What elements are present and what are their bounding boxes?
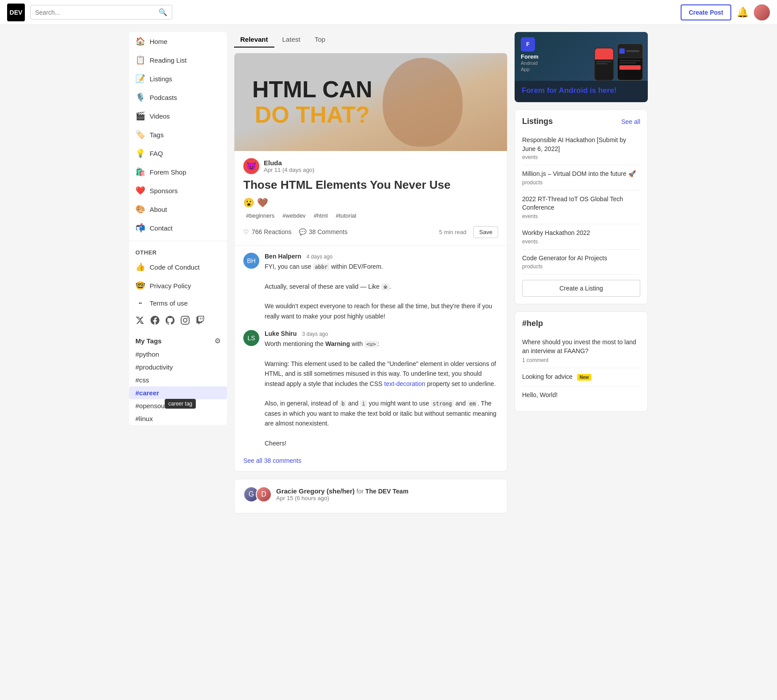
forem-sub-text: AndroidApp xyxy=(521,60,539,73)
listing-item-2: Million.js – Virtual DOM into the future… xyxy=(522,165,640,191)
my-tags-title: My Tags xyxy=(135,337,162,345)
comments-button[interactable]: 💬 38 Comments xyxy=(299,228,348,235)
listing-name-4[interactable]: Workby Hackathon 2022 xyxy=(522,229,640,238)
github-link[interactable] xyxy=(166,316,174,327)
comment-content-2: Luke Shiru 3 days ago Worth mentioning t… xyxy=(265,330,498,448)
tag-python[interactable]: #python xyxy=(129,348,227,361)
sidebar-item-videos[interactable]: 🎬 Videos xyxy=(129,107,227,125)
tags-row: #beginners #webdev #html #tutorial xyxy=(243,211,498,220)
sidebar-nav: 🏠 Home 📋 Reading List 📝 Listings 🎙️ Podc… xyxy=(129,32,227,425)
sidebar-label-sponsors: Sponsors xyxy=(150,187,178,195)
instagram-link[interactable] xyxy=(181,316,190,327)
twitch-link[interactable] xyxy=(196,316,205,327)
tag-career[interactable]: #career xyxy=(129,386,227,399)
site-header: DEV 🔍 Create Post 🔔 xyxy=(0,0,777,25)
my-tags-header: My Tags ⚙ xyxy=(129,331,227,348)
sidebar-item-code-of-conduct[interactable]: 👍 Code of Conduct xyxy=(129,258,227,276)
help-question-1[interactable]: Where should you invest the most to land… xyxy=(522,338,640,355)
tag-productivity[interactable]: #productivity xyxy=(129,361,227,374)
promo-phone xyxy=(594,48,614,81)
hero-text: HTML CAN DO THAT? xyxy=(252,77,373,127)
forem-logo-text: Forem xyxy=(521,53,539,60)
author-name[interactable]: Eluda xyxy=(264,159,314,167)
tab-latest[interactable]: Latest xyxy=(276,32,307,48)
sidebar-item-privacy-policy[interactable]: 🤓 Privacy Policy xyxy=(129,276,227,295)
sidebar-label-privacy-policy: Privacy Policy xyxy=(150,282,191,290)
reading-list-icon: 📋 xyxy=(135,55,145,65)
author-info: Eluda Apr 11 (4 days ago) xyxy=(264,159,314,173)
settings-icon[interactable]: ⚙ xyxy=(214,337,221,345)
help-title: #help xyxy=(522,319,640,328)
listing-name-5[interactable]: Code Generator for AI Projects xyxy=(522,254,640,263)
user-avatar[interactable] xyxy=(754,4,770,20)
comment-avatar-2: LS xyxy=(243,330,259,346)
tag-pill-html[interactable]: #html xyxy=(311,211,330,220)
videos-icon: 🎬 xyxy=(135,111,145,121)
tab-relevant[interactable]: Relevant xyxy=(234,32,274,48)
sidebar-item-about[interactable]: 🎨 About xyxy=(129,200,227,219)
listing-item-3: 2022 RT-Thread IoT OS Global Tech Confer… xyxy=(522,191,640,224)
read-time: 5 min read xyxy=(439,229,466,235)
help-card: #help Where should you invest the most t… xyxy=(515,311,648,411)
sidebar-item-home[interactable]: 🏠 Home xyxy=(129,32,227,51)
promo-image: F Forem AndroidApp xyxy=(515,32,648,81)
sidebar-item-contact[interactable]: 📬 Contact xyxy=(129,219,227,237)
help-question-2[interactable]: Looking for advice New xyxy=(522,373,640,382)
comment-text-1: FYI, you can use abbr within DEV/Forem. … xyxy=(265,262,498,321)
author-name-span[interactable]: Gracie Gregory (she/her) xyxy=(276,487,355,495)
sidebar-item-terms-of-use[interactable]: •• Terms of use xyxy=(129,295,227,311)
listing-item-1: Responsible AI Hackathon [Submit by June… xyxy=(522,131,640,165)
tag-pill-tutorial[interactable]: #tutorial xyxy=(333,211,359,220)
see-all-listings-link[interactable]: See all xyxy=(621,118,640,125)
listing-name-2[interactable]: Million.js – Virtual DOM into the future… xyxy=(522,170,640,179)
listing-name-1[interactable]: Responsible AI Hackathon [Submit by June… xyxy=(522,136,640,153)
sidebar-item-sponsors[interactable]: ❤️ Sponsors xyxy=(129,181,227,200)
sidebar-label-contact: Contact xyxy=(150,224,173,232)
sidebar-item-reading-list[interactable]: 📋 Reading List xyxy=(129,51,227,69)
author-team[interactable]: The DEV Team xyxy=(365,488,408,495)
see-all-comments-link[interactable]: See all 38 comments xyxy=(243,457,498,464)
tag-pill-beginners[interactable]: #beginners xyxy=(243,211,277,220)
site-logo[interactable]: DEV xyxy=(7,4,25,21)
code-of-conduct-icon: 👍 xyxy=(135,262,145,272)
listing-category-3: events xyxy=(522,213,640,219)
reactions-button[interactable]: ♡ 766 Reactions xyxy=(243,228,292,235)
tag-css[interactable]: #css xyxy=(129,374,227,386)
sidebar-item-tags[interactable]: 🏷️ Tags xyxy=(129,125,227,144)
comment-date-2: 3 days ago xyxy=(302,331,328,337)
search-bar: 🔍 xyxy=(30,5,172,20)
tab-top[interactable]: Top xyxy=(308,32,331,48)
sidebar-item-faq[interactable]: 💡 FAQ xyxy=(129,144,227,163)
article-title[interactable]: Those HTML Elements You Never Use xyxy=(243,178,498,193)
hero-line1: HTML CAN xyxy=(252,77,373,102)
create-listing-button[interactable]: Create a Listing xyxy=(522,280,640,297)
author-avatar: 😈 xyxy=(243,158,259,174)
tag-pill-webdev[interactable]: #webdev xyxy=(280,211,308,220)
sidebar-item-podcasts[interactable]: 🎙️ Podcasts xyxy=(129,88,227,107)
facebook-link[interactable] xyxy=(151,316,159,327)
sidebar-label-reading-list: Reading List xyxy=(150,56,186,64)
emoji-2: 🤎 xyxy=(257,197,268,208)
comment-author-2[interactable]: Luke Shiru xyxy=(265,330,297,337)
privacy-policy-icon: 🤓 xyxy=(135,281,145,290)
help-question-3[interactable]: Hello, World! xyxy=(522,391,640,400)
listings-header: Listings See all xyxy=(522,117,640,126)
create-post-button[interactable]: Create Post xyxy=(681,4,731,20)
tag-linux[interactable]: #linux xyxy=(129,412,227,425)
notification-icon[interactable]: 🔔 xyxy=(737,7,749,18)
comment-author-1[interactable]: Ben Halpern xyxy=(265,253,301,260)
listings-card: Listings See all Responsible AI Hackatho… xyxy=(515,109,648,304)
search-input[interactable] xyxy=(35,9,155,16)
listing-name-3[interactable]: 2022 RT-Thread IoT OS Global Tech Confer… xyxy=(522,195,640,212)
promo-link[interactable]: Forem for Android is here! xyxy=(522,86,617,95)
twitter-link[interactable] xyxy=(135,316,144,327)
sidebar-item-forem-shop[interactable]: 🛍️ Forem Shop xyxy=(129,163,227,181)
save-button[interactable]: Save xyxy=(473,226,498,238)
sidebar-item-listings[interactable]: 📝 Listings xyxy=(129,69,227,88)
comment-item: LS Luke Shiru 3 days ago Worth mentionin… xyxy=(243,330,498,448)
article-card-1: HTML CAN DO THAT? 😈 Eluda Apr 11 (4 days… xyxy=(234,53,507,472)
sponsors-icon: ❤️ xyxy=(135,186,145,195)
search-icon: 🔍 xyxy=(159,8,167,16)
sidebar-label-listings: Listings xyxy=(150,75,172,83)
listing-category-1: events xyxy=(522,154,640,160)
